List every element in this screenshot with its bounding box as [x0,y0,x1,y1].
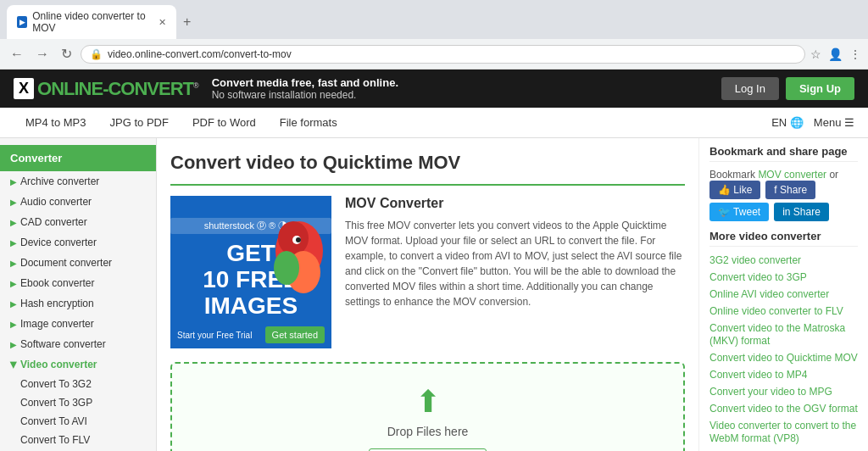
more-link-3g2[interactable]: 3G2 video converter [709,254,801,266]
more-link-ogv[interactable]: Convert video to the OGV format [709,403,858,415]
linkedin-share-button[interactable]: in Share [774,203,829,221]
header-tagline: Convert media free, fast and online. No … [212,76,708,101]
more-link-webm[interactable]: Video converter to convert to the WebM f… [709,420,856,444]
reload-button[interactable]: ↻ [58,44,75,64]
sidebar-item-hash[interactable]: ▶ Hash encryption [0,293,156,314]
nav-link-pdf-to-word[interactable]: PDF to Word [181,108,268,137]
sidebar-item-label: Audio converter [20,196,92,208]
signup-button[interactable]: Sign Up [786,77,854,100]
forward-button[interactable]: → [32,45,53,64]
browser-nav-bar: ← → ↻ 🔒 video.online-convert.com/convert… [0,39,868,69]
browser-chrome: ▶ Online video converter to MOV ✕ + ← → … [0,0,868,70]
more-link-mpg[interactable]: Convert your video to MPG [709,386,832,398]
sidebar-item-device[interactable]: ▶ Device converter [0,232,156,253]
main-content: Convert video to Quicktime MOV shutterst… [157,138,698,451]
more-link-flv[interactable]: Online video converter to FLV [709,305,843,317]
arrow-icon: ▶ [10,198,17,207]
arrow-icon: ▶ [10,218,17,227]
facebook-like-button[interactable]: 👍 Like [709,181,760,199]
menu-dots-icon[interactable]: ⋮ [849,47,861,61]
arrow-icon: ▶ [10,299,17,309]
address-text: video.online-convert.com/convert-to-mov [108,48,796,60]
arrow-icon: ▶ [10,340,17,349]
language-selector[interactable]: EN 🌐 [771,116,804,129]
sidebar-item-label: Hash encryption [20,298,94,309]
ad-bottom: Start your Free Trial Get started [170,321,331,348]
sidebar-item-label: Video converter [20,359,97,370]
converter-description-text: This free MOV converter lets you convert… [345,218,685,309]
arrow-icon: ▶ [10,177,17,187]
new-tab-button[interactable]: + [180,14,194,30]
sidebar-title: Converter [0,145,156,171]
main-container: Converter ▶ Archive converter ▶ Audio co… [0,138,868,451]
sidebar-item-label: Software converter [20,338,106,350]
sidebar-item-video[interactable]: ▶ Video converter [0,354,156,375]
top-nav-right: EN 🌐 Menu ☰ [771,116,854,129]
browser-icons: ☆ 👤 ⋮ [810,47,861,61]
site-header: X ONLINE-CONVERT® Convert media free, fa… [0,70,868,108]
nav-link-file-formats[interactable]: File formats [268,108,349,137]
sidebar-item-label: Ebook converter [20,277,94,289]
upload-icon: ⬆ [192,384,663,420]
ad-banner[interactable]: shutterstock ⓟ ® ◑ ⊞ GET10 FREEIMAGES St… [170,196,331,348]
menu-button[interactable]: Menu ☰ [814,116,854,129]
sidebar-item-software[interactable]: ▶ Software converter [0,334,156,354]
sidebar-subitem-3gp[interactable]: Convert To 3GP [0,393,156,412]
sidebar-subitem-avi[interactable]: Convert To AVI [0,412,156,431]
ad-cta-button[interactable]: Get started [265,326,325,343]
parrot-image [261,221,325,298]
address-bar[interactable]: 🔒 video.online-convert.com/convert-to-mo… [81,45,805,64]
social-row-1: 👍 Like f Share [709,181,858,199]
sidebar-item-label: Image converter [20,318,94,330]
drop-text: Drop Files here [192,425,663,438]
sidebar: Converter ▶ Archive converter ▶ Audio co… [0,138,157,451]
social-row-2: 🐦 Tweet in Share [709,203,858,221]
star-icon[interactable]: ☆ [810,47,821,61]
logo-icon: X [14,78,34,99]
converter-description: MOV Converter This free MOV converter le… [345,196,685,348]
svg-point-3 [274,251,299,285]
more-link-mkv[interactable]: Convert video to the Matroska (MKV) form… [709,322,845,347]
more-link-3gp[interactable]: Convert video to 3GP [709,271,807,283]
sidebar-item-label: Document converter [20,257,112,269]
bookmark-text: Bookmark MOV converter or [709,169,858,181]
sidebar-item-label: CAD converter [20,216,87,228]
arrow-icon: ▶ [10,279,17,288]
converter-title: MOV Converter [345,196,685,211]
more-link-mp4[interactable]: Convert video to MP4 [709,369,807,381]
more-link-mov[interactable]: Convert video to Quicktime MOV [709,352,858,364]
sidebar-item-archive[interactable]: ▶ Archive converter [0,171,156,192]
sidebar-item-ebook[interactable]: ▶ Ebook converter [0,273,156,293]
bookmark-link[interactable]: MOV converter [758,169,826,181]
login-button[interactable]: Log In [721,77,779,100]
sidebar-item-document[interactable]: ▶ Document converter [0,253,156,273]
sidebar-subitem-flv[interactable]: Convert To FLV [0,431,156,449]
nav-link-mp4-to-mp3[interactable]: MP4 to MP3 [14,108,98,137]
lock-icon: 🔒 [90,48,103,60]
tab-bar: ▶ Online video converter to MOV ✕ + [0,0,868,39]
drop-zone[interactable]: ⬆ Drop Files here 🔍 Choose Files 🔗 Enter… [170,362,685,451]
more-converters-title: More video converter [709,230,858,247]
arrow-icon: ▶ [10,320,17,329]
profile-icon[interactable]: 👤 [828,47,843,61]
twitter-tweet-button[interactable]: 🐦 Tweet [709,203,769,221]
back-button[interactable]: ← [7,45,27,64]
active-tab[interactable]: ▶ Online video converter to MOV ✕ [7,5,176,39]
tab-title: Online video converter to MOV [32,10,153,34]
arrow-icon: ▶ [10,238,17,248]
sidebar-subitem-3g2[interactable]: Convert To 3G2 [0,375,156,393]
arrow-icon: ▶ [9,361,19,368]
logo[interactable]: X ONLINE-CONVERT® [14,78,198,100]
more-converters-list: 3G2 video converter Convert video to 3GP… [709,253,858,451]
divider [170,184,685,186]
sidebar-item-cad[interactable]: ▶ CAD converter [0,212,156,232]
facebook-share-button[interactable]: f Share [765,181,815,199]
tab-close-icon[interactable]: ✕ [159,17,166,28]
more-link-avi[interactable]: Online AVI video converter [709,288,829,300]
converter-top: shutterstock ⓟ ® ◑ ⊞ GET10 FREEIMAGES St… [170,196,685,348]
page-title: Convert video to Quicktime MOV [170,152,685,174]
nav-link-jpg-to-pdf[interactable]: JPG to PDF [98,108,181,137]
sidebar-item-image[interactable]: ▶ Image converter [0,314,156,334]
top-nav: MP4 to MP3 JPG to PDF PDF to Word File f… [0,108,868,138]
sidebar-item-audio[interactable]: ▶ Audio converter [0,192,156,212]
